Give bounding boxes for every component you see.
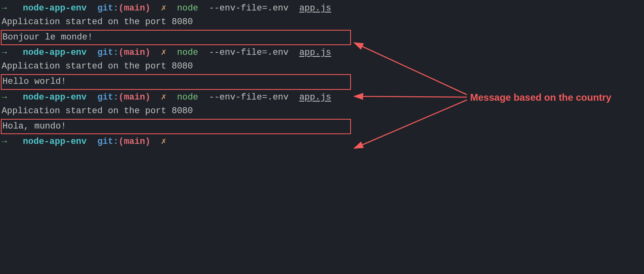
prompt-directory: node-app-env	[23, 137, 87, 147]
prompt-dirty-icon: ✗	[161, 3, 166, 13]
prompt-paren-close: )	[145, 137, 150, 147]
command-flag: --env-file=.env	[209, 92, 289, 102]
prompt-line: → node-app-env git:(main) ✗ node --env-f…	[0, 46, 644, 60]
prompt-arrow-icon: →	[2, 92, 7, 102]
output-startup: Application started on the port 8080	[0, 15, 644, 29]
prompt-line: → node-app-env git:(main) ✗	[0, 135, 644, 149]
prompt-arrow-icon: →	[2, 137, 7, 147]
prompt-git-label: git:	[97, 137, 119, 147]
output-message-boxed: Hola, mundo!	[1, 119, 351, 134]
prompt-git-label: git:	[97, 48, 119, 58]
command-runtime: node	[177, 92, 198, 102]
command-runtime: node	[177, 48, 198, 58]
terminal[interactable]: → node-app-env git:(main) ✗ node --env-f…	[0, 2, 644, 149]
output-message-boxed: Bonjour le monde!	[1, 30, 351, 45]
prompt-paren-open: (	[118, 137, 124, 147]
prompt-branch: main	[124, 3, 145, 13]
command-flag: --env-file=.env	[209, 3, 289, 13]
output-message-boxed: Hello world!	[1, 74, 351, 89]
annotation-label: Message based on the country	[470, 92, 611, 103]
prompt-paren-open: (	[118, 48, 124, 58]
prompt-git-label: git:	[97, 92, 119, 102]
prompt-directory: node-app-env	[23, 3, 87, 13]
prompt-paren-open: (	[118, 3, 124, 13]
prompt-directory: node-app-env	[23, 92, 87, 102]
command-flag: --env-file=.env	[209, 48, 289, 58]
prompt-dirty-icon: ✗	[161, 48, 166, 58]
command-script: app.js	[299, 92, 331, 102]
command-script: app.js	[299, 3, 331, 13]
prompt-paren-open: (	[118, 92, 124, 102]
prompt-paren-close: )	[145, 48, 150, 58]
prompt-paren-close: )	[145, 92, 150, 102]
prompt-git-label: git:	[97, 3, 119, 13]
output-startup: Application started on the port 8080	[0, 60, 644, 73]
prompt-branch: main	[124, 48, 145, 58]
prompt-directory: node-app-env	[23, 48, 87, 58]
prompt-branch: main	[124, 92, 145, 102]
prompt-paren-close: )	[145, 3, 150, 13]
command-runtime: node	[177, 3, 198, 13]
command-script: app.js	[299, 48, 331, 58]
prompt-arrow-icon: →	[2, 48, 7, 58]
prompt-branch: main	[124, 137, 145, 147]
prompt-dirty-icon: ✗	[161, 92, 166, 102]
prompt-arrow-icon: →	[2, 3, 7, 13]
prompt-dirty-icon: ✗	[161, 137, 166, 147]
output-startup: Application started on the port 8080	[0, 104, 644, 118]
prompt-line: → node-app-env git:(main) ✗ node --env-f…	[0, 2, 644, 15]
